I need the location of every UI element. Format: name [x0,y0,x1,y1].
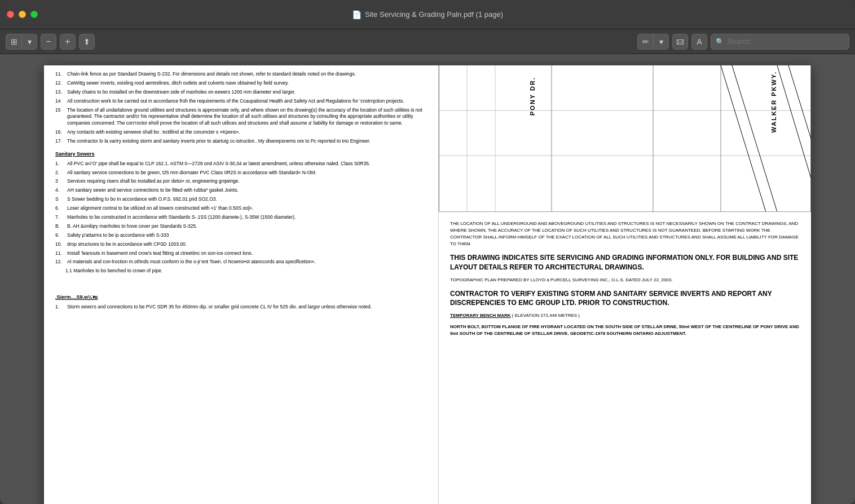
list-item: 7. Manholes to be constructed in accorda… [55,214,427,221]
drawing-note-bold: THIS DRAWING INDICATES SITE SERVICING AN… [450,253,800,272]
road-pony-label: PONY DR. [529,77,536,116]
san-10-text: drop structures to be in accordance with… [67,241,187,248]
toolbar: ⊞ ▾ − + ⬆ ✏ ▾ 🖂 [0,29,855,54]
svg-line-10 [721,65,766,211]
pencil-group: ✏ ▾ [637,34,669,50]
pencil-dropdown-button[interactable]: ▾ [653,34,669,50]
sidebar-icon: ⊞ [11,37,17,46]
share-icon: ⬆ [83,37,90,46]
list-item: 1. All PVC a«i’O’ pipe shall be equal to… [55,161,427,167]
find-button[interactable]: A [691,34,707,50]
list-item: B. B. AH &onilqry manholes to hove cover… [55,223,427,230]
zoom-in-icon: + [65,37,70,47]
zoom-in-button[interactable]: + [60,34,76,50]
list-item: 9. Safety p’attarms to be ip accordance … [55,232,427,239]
stamps-icon: 🖂 [676,37,684,46]
san-4-text: AH sanitary sewer and service connection… [67,187,239,194]
note-11-text: Chain-link fence as por Standard Drawing… [67,71,356,78]
zoom-out-button[interactable]: − [41,34,56,50]
bench-mark-value: ( ELEVATION 272,449 METRES ) [512,313,580,318]
san-1-1: 1.1 Manholes to bo benched to crown of p… [65,268,427,275]
note-17-text: The contractor lo la variry existing sto… [67,138,371,145]
list-item: 2. All sanitary service connections to b… [55,170,427,176]
pdf-right-column: PONY DR. WALKER PKWY. THE LOCATION OF AL… [439,65,811,504]
sidebar-toggle-group: ⊞ ▾ [6,34,37,50]
pdf-page: 11. Chain-link fence as por Standard Dra… [44,65,811,504]
chevron-down-icon: ▾ [28,37,32,46]
bench-mark-label: TEMPORARY BENCH MARK [450,313,511,318]
traffic-lights [7,11,38,18]
note-15-text: The location of all undarlabove ground u… [67,107,427,127]
find-icon: A [697,37,702,46]
san-12-text: Al materials and con-lroction m.othnds m… [67,259,316,266]
maximize-button[interactable] [30,11,38,18]
road-walker-label: WALKER PKWY. [770,71,777,133]
san-9-text: Safety p’attarms to be ip accordance wit… [67,232,169,239]
titlebar: 📄 Site Servicing & Grading Paln.pdf (1 p… [0,0,855,29]
minimize-button[interactable] [19,11,26,18]
window-title: Site Servicing & Grading Paln.pdf (1 pag… [365,10,503,19]
note-16-text: Any contacts with existing serweve shall… [67,129,240,136]
pencil-icon: ✏ [642,37,649,46]
search-icon: 🔍 [716,38,724,46]
san-1-text: All PVC a«i’O’ pipe shall be equal to CL… [67,161,370,167]
bench-mark: TEMPORARY BENCH MARK ( ELEVATION 272,449… [450,312,800,319]
list-item: 3 Services requiring risers shall bo ins… [55,178,427,185]
pdf-left-column: 11. Chain-link fence as por Standard Dra… [44,65,439,504]
chevron-down-icon-2: ▾ [659,37,663,46]
list-item: 6. Loser alignment contrai to be utilize… [55,205,427,212]
list-item: 12. Al materials and con-lroction m.othn… [55,259,427,266]
main-window: 📄 Site Servicing & Grading Paln.pdf (1 p… [0,0,855,504]
title-area: 📄 Site Servicing & Grading Paln.pdf (1 p… [352,10,503,19]
search-input[interactable] [727,37,844,46]
survey-note: TOPOGRAPHIC PLAN PREPARED BY LLOYD à PUR… [450,277,800,284]
sidebar-dropdown-button[interactable]: ▾ [21,34,37,50]
list-item: 12. CwWittg sewer inverts, esisling rood… [55,80,427,87]
san-S-text: S Sower bedding to bo In accordance with… [67,196,217,203]
toolbar-right: ✏ ▾ 🖂 A 🔍 [637,34,849,50]
stamps-button[interactable]: 🖂 [672,34,688,50]
note-13-text: Safety chains to bo Installed on the dow… [67,89,296,96]
list-item: 16. Any contacts with existing serweve s… [55,129,427,136]
close-button[interactable] [7,11,14,18]
san-3-text: Services requiring risers shall bo insta… [67,178,240,185]
san-6-text: Loser alignment contrai to be utilized o… [67,205,253,212]
san-11-text: Install ’leanouts in basement ond crow’s… [67,250,253,257]
list-item: 14 All construction work to be carried o… [55,98,427,105]
list-item: 11. Install ’leanouts in basement ond cr… [55,250,427,257]
zoom-out-icon: − [46,37,51,47]
pdf-file-icon: 📄 [352,10,362,19]
list-item: 15 The location of all undarlabove groun… [55,107,427,127]
storm-section-title: .Sierm....S9.w¼ʀs [55,294,427,301]
north-bolt-note: NORTH BOLT, BOTTOM FLANGE OF FIRE HYDRAN… [450,324,800,337]
svg-line-13 [788,65,811,139]
contractor-note-bold: CONTRACTOR TO VERIFY EXISTING STORM AND … [450,289,800,308]
san-B-text: B. AH &onilqry manholes to hove cover pe… [67,223,197,230]
pencil-button[interactable]: ✏ [637,34,653,50]
main-content[interactable]: 11. Chain-link fence as por Standard Dra… [0,54,855,504]
list-item: S S Sower bedding to bo In accordance wi… [55,196,427,203]
list-item: 11. Chain-link fence as por Standard Dra… [55,71,427,78]
utility-note: THE LOCATION OF ALL UNDERGROUND AND ABOV… [450,220,800,247]
storm-1-text: Storm eewcrs and connections to be PVC S… [67,304,372,311]
list-item: 10. drop structures to be in accordance … [55,241,427,248]
drawing-area: PONY DR. WALKER PKWY. [439,65,811,212]
list-item: 17. The contractor lo la variry existing… [55,138,427,145]
share-button[interactable]: ⬆ [79,34,95,50]
sidebar-toggle-button[interactable]: ⊞ [6,34,21,50]
list-item: 4. AH sanitary sewer and service connect… [55,187,427,194]
san-2-text: All sanitary service connections to be g… [67,170,316,176]
list-item: 1. Storm eewcrs and connections to be PV… [55,304,427,311]
sanitary-section-title: Sanitary Sewers [55,151,427,158]
drawing-svg [439,65,811,211]
san-7-text: Manholes to be constructed in accordance… [67,214,296,221]
notes-area: THE LOCATION OF ALL UNDERGROUND AND ABOV… [439,212,811,504]
note-14-text: All construction work to be carried out … [67,98,404,105]
list-item: 13. Safety chains to bo Installed on the… [55,89,427,96]
search-box[interactable]: 🔍 [711,34,849,50]
note-12-text: CwWittg sewer inverts, esisling rood aen… [67,80,289,87]
